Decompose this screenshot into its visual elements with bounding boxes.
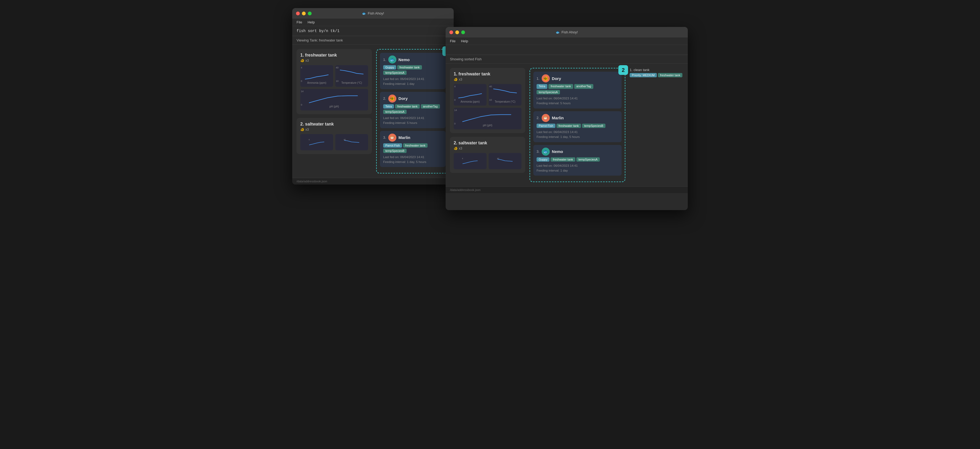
ph-label-2: pH (pH) [456, 124, 519, 127]
fish-tags-dory-2: Tetra freshwater tank anotherTag tempSpe… [536, 84, 618, 94]
saltwater-charts-1: 4 40 [300, 134, 368, 150]
fish-icon-sw-2: 🐠 [454, 147, 458, 150]
fish-icon-1: 🐠 [300, 59, 304, 62]
command-area-1 [292, 26, 454, 36]
fish-icon-fw-2: 🐠 [454, 78, 458, 81]
fish-name-nemo-2: Nemo [552, 149, 563, 154]
tank-card-saltwater-2[interactable]: 2. saltwater tank 🐠 x3 4 [450, 137, 525, 173]
tag-guppy-1: Guppy [383, 65, 396, 69]
saltwater-temp-svg-1: 40 [344, 138, 360, 146]
tank-card-freshwater-2[interactable]: 1. freshwater tank 🐠 x3 4 0 Ammonia (ppm… [450, 68, 525, 133]
menu-help-1[interactable]: Help [307, 20, 315, 24]
fish-name-dory-2: Dory [552, 76, 561, 81]
window-title-1: 🐟 Fish Ahoy! [362, 11, 384, 15]
status-text-2: Showing sorted Fish [450, 57, 482, 61]
command-input-2[interactable] [450, 48, 684, 52]
fish-name-marlin-2: Marlin [552, 115, 564, 120]
fish-card-marlin-1[interactable]: 3. 🐡 Marlin Parrot Fish freshwater tank … [380, 131, 445, 167]
tag-freshwater-extra-1: freshwater tank [658, 73, 682, 77]
tag-freshwater-marlin-2: freshwater tank [557, 124, 581, 128]
minimize-button-1[interactable] [302, 11, 305, 15]
menu-file-1[interactable]: File [296, 20, 302, 24]
bottom-bar-2: /data/addressbook.json [445, 186, 688, 193]
status-text-1: Viewing Tank: freshwater tank [296, 38, 343, 42]
menu-help-2[interactable]: Help [461, 39, 468, 43]
tank-fish-count-fw-2: 🐠 x3 [454, 78, 522, 81]
saltwater-ammonia-svg-2: 4 [462, 157, 478, 165]
minimize-button-2[interactable] [455, 30, 459, 34]
fish-meta-nemo-1: Last fed on: 06/04/2023 14:41 Feeding in… [383, 77, 442, 86]
saltwater-ammonia-2: 4 [454, 153, 487, 169]
temp-label-2: Temperature (°C) [491, 100, 519, 103]
traffic-lights-1 [296, 11, 312, 15]
tank-title-saltwater-1: 2. saltwater tank [300, 122, 368, 126]
tag-parrot-2: Parrot Fish [536, 124, 555, 128]
fish-card-dory-2[interactable]: 1. 🐠 Dory Tetra freshwater tank anotherT… [533, 72, 622, 109]
panel-badge-2: 2 [618, 65, 628, 75]
tag-priority-1: Priority: MEDIUM [630, 73, 657, 77]
tag-freshwater-dory-2: freshwater tank [548, 84, 573, 89]
temp-svg-1 [337, 67, 366, 81]
temp-chart-2: 40 10 Temperature (°C) [488, 84, 522, 105]
fish-meta-marlin-2: Last fed on: 06/04/2023 14:41 Feeding in… [536, 129, 618, 139]
extra-item-number-1: 1. clean tank [630, 68, 684, 72]
tag-another-dory-2: anotherTag [574, 84, 593, 89]
fish-number-nemo-2: 3. [536, 150, 539, 153]
tank-card-saltwater-1[interactable]: 2. saltwater tank 🐠 x3 4 [296, 118, 372, 154]
charts-grid-1: 4 0 Ammonia (ppm) 40 10 Temperature [300, 65, 368, 110]
tag-freshwater-dory-1: freshwater tank [395, 104, 420, 109]
fish-header-marlin-1: 3. 🐡 Marlin [383, 134, 442, 142]
tag-tetra-1: Tetra [383, 104, 394, 109]
ammonia-svg-1 [302, 67, 331, 81]
maximize-button-1[interactable] [308, 11, 312, 15]
saltwater-temp-svg-2: 40 [497, 157, 513, 165]
tag-parrot-1: Parrot Fish [383, 143, 402, 148]
fish-tags-nemo-1: Guppy freshwater tank tempSpeciesA [383, 65, 442, 75]
fish-meta-dory-1: Last fed on: 06/04/2023 14:41 Feeding in… [383, 115, 442, 126]
ammonia-label-1: Ammonia (ppm) [302, 81, 331, 84]
fish-avatar-dory-1: 🐠 [388, 94, 396, 102]
saltwater-temp-1: 40 [335, 134, 368, 150]
menu-file-2[interactable]: File [450, 39, 455, 43]
fish-number-dory-2: 1. [536, 77, 539, 80]
close-button-1[interactable] [296, 11, 300, 15]
fish-tags-dory-1: Tetra freshwater tank anotherTag tempSpe… [383, 104, 442, 114]
ammonia-chart-1: 4 0 Ammonia (ppm) [300, 65, 333, 87]
fish-name-marlin-1: Marlin [399, 135, 410, 140]
fish-avatar-marlin-2: 🐡 [542, 114, 550, 122]
extra-item-1: 1. clean tank Priority: MEDIUM freshwate… [630, 68, 684, 77]
charts-grid-fw-2: 4 0 Ammonia (ppm) 40 10 Temperature [454, 84, 522, 129]
fish-meta-dory-2: Last fed on: 06/04/2023 14:41 Feeding in… [536, 96, 618, 106]
bottom-bar-1: /data/addressbook.json [292, 178, 454, 184]
fish-card-dory-1[interactable]: 2. 🐠 Dory Tetra freshwater tank anotherT… [380, 92, 445, 128]
tag-tempb-marlin-2: tempSpeciesB [582, 124, 605, 128]
fish-card-nemo-1[interactable]: 1. 🐟 Nemo Guppy freshwater tank tempSpec… [380, 53, 445, 89]
fish-panel-2: 2 1. 🐠 Dory Tetra freshwater tank anothe… [530, 68, 625, 182]
close-button-2[interactable] [449, 30, 453, 34]
title-bar-1: 🐟 Fish Ahoy! [292, 8, 454, 19]
tag-freshwater-marlin-1: freshwater tank [403, 143, 428, 148]
tank-fish-count-sw-2: 🐠 x3 [454, 147, 522, 150]
tag-another-dory-1: anotherTag [421, 104, 440, 109]
traffic-lights-2 [449, 30, 465, 34]
tank-title-1: 1. freshwater tank [300, 53, 368, 58]
fish-card-marlin-2[interactable]: 2. 🐡 Marlin Parrot Fish freshwater tank … [533, 111, 622, 142]
fish-number-nemo-1: 1. [383, 58, 386, 62]
tag-freshwater-nemo-2: freshwater tank [550, 157, 575, 161]
saltwater-charts-2: 4 40 [454, 153, 522, 169]
status-bar-1: Viewing Tank: freshwater tank [292, 36, 454, 45]
ph-svg-2 [456, 110, 519, 123]
tank-card-freshwater-1[interactable]: 1. freshwater tank 🐠 x3 4 0 Ammonia (ppm… [296, 49, 372, 114]
tag-tempa-dory-2: tempSpeciesA [536, 90, 560, 94]
fish-card-nemo-2[interactable]: 3. 🐟 Nemo Guppy freshwater tank tempSpec… [533, 145, 622, 176]
command-input-1[interactable] [296, 29, 449, 33]
ph-chart-2: 14 0 pH (pH) [454, 108, 522, 129]
tank-title-sw-2: 2. saltwater tank [454, 141, 522, 145]
title-icon-2: 🐟 [556, 30, 560, 34]
tank-list-1: 1. freshwater tank 🐠 x3 4 0 Ammonia (ppm… [296, 49, 372, 173]
svg-text:4: 4 [309, 139, 310, 141]
title-bar-2: 🐟 Fish Ahoy! [445, 27, 688, 37]
maximize-button-2[interactable] [461, 30, 465, 34]
fish-header-dory-2: 1. 🐠 Dory [536, 74, 618, 82]
title-text-1: Fish Ahoy! [368, 11, 384, 15]
